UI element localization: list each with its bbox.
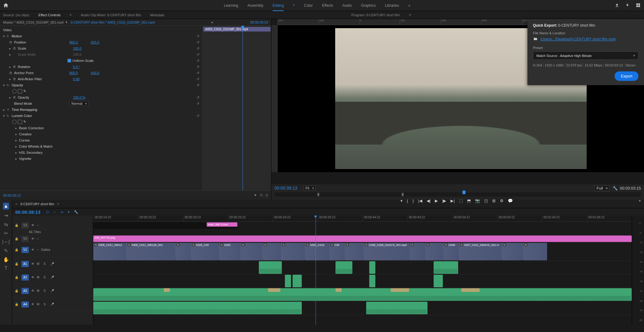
- loop-icon[interactable]: ↻: [260, 193, 263, 197]
- hsl-row[interactable]: ▸HSL Secondary: [0, 149, 202, 156]
- track-header-a2[interactable]: 🔒A2👁MS🎤: [12, 271, 93, 284]
- mark-out-icon[interactable]: }: [412, 198, 414, 203]
- export-preset-dropdown[interactable]: Match Source - Adaptive High Bitrate: [533, 51, 638, 60]
- blend-mode-dropdown[interactable]: Normal: [69, 101, 89, 106]
- pen-tool-icon[interactable]: ✎: [4, 248, 8, 254]
- video-clip[interactable]: fxC05: [329, 243, 345, 260]
- scale-row[interactable]: ▸⏱Scale100.0↺: [0, 45, 202, 51]
- track-a4[interactable]: [93, 301, 632, 315]
- track-a2[interactable]: [93, 274, 632, 288]
- workspace-libraries[interactable]: Libraries: [385, 3, 399, 8]
- wheels-row[interactable]: ▸Color Wheels & Match: [0, 143, 202, 149]
- ec-footer-timecode[interactable]: 00:00:39:13: [3, 194, 21, 197]
- pen-mask-icon[interactable]: ✎: [23, 120, 28, 124]
- motion-section[interactable]: ▾fxMotion↺: [0, 33, 202, 39]
- audio-clip[interactable]: [369, 275, 375, 287]
- workspace-audio[interactable]: Audio: [342, 3, 352, 8]
- track-a3[interactable]: [93, 288, 632, 301]
- home-icon[interactable]: [3, 2, 9, 9]
- audio-clip[interactable]: [434, 261, 458, 274]
- safe-margin-icon[interactable]: ⊞: [492, 198, 496, 203]
- selection-tool-icon[interactable]: ▲: [3, 203, 9, 209]
- step-back-icon[interactable]: ◀|: [427, 198, 431, 203]
- wrench-icon[interactable]: 🔧: [74, 210, 78, 214]
- video-clip[interactable]: fxC048: [443, 243, 459, 260]
- timeline-playhead[interactable]: [316, 216, 316, 325]
- audio-clip[interactable]: [259, 261, 282, 274]
- program-timecode[interactable]: 00:00:39:13: [274, 186, 297, 191]
- snap-icon[interactable]: ⬡: [46, 210, 49, 214]
- add-marker-icon[interactable]: ▾: [401, 198, 403, 203]
- audio-marker[interactable]: [335, 288, 342, 292]
- marker-icon[interactable]: ▾: [68, 210, 70, 214]
- zoom-dropdown[interactable]: Fit: [303, 186, 316, 191]
- resolution-dropdown[interactable]: Full: [594, 185, 609, 191]
- audio-marker[interactable]: [164, 288, 170, 292]
- workspace-menu-icon[interactable]: ≡: [293, 3, 295, 8]
- track-header-a4[interactable]: 🔒A4👁MS🎤: [12, 298, 93, 311]
- workspace-color[interactable]: Color: [304, 3, 313, 8]
- uniform-checkbox[interactable]: [67, 59, 71, 62]
- panel-menu-icon[interactable]: ≡: [70, 13, 72, 17]
- audio-clip[interactable]: [285, 275, 291, 287]
- basic-correction-row[interactable]: ▸Basic Correction: [0, 125, 202, 131]
- type-tool-icon[interactable]: T: [5, 266, 8, 271]
- audio-marker[interactable]: [391, 288, 409, 292]
- hand-tool-icon[interactable]: ✋: [3, 257, 9, 262]
- play-icon[interactable]: ▶: [435, 198, 438, 203]
- video-clip[interactable]: fx: [523, 243, 547, 260]
- video-clip[interactable]: fx: [281, 243, 305, 260]
- comment-icon[interactable]: 💬: [508, 198, 513, 203]
- video-clip[interactable]: fx: [425, 243, 443, 260]
- razor-tool-icon[interactable]: ✂: [4, 230, 8, 236]
- clip-main-title[interactable]: main_title 3.mov: [207, 222, 237, 227]
- timeremap-section[interactable]: ▸⏱Time Remapping: [0, 107, 202, 113]
- timeline-timecode[interactable]: 00:00:39:13: [15, 209, 40, 215]
- tab-metadata[interactable]: Metadata: [150, 13, 164, 17]
- filter-icon[interactable]: ▼: [254, 193, 257, 197]
- program-scrubber[interactable]: [274, 192, 641, 197]
- track-select-tool-icon[interactable]: ⇥: [4, 213, 8, 218]
- curves-row[interactable]: ▸Curves: [0, 137, 202, 143]
- video-clip[interactable]: fx: [240, 243, 263, 260]
- opacity-section[interactable]: ▾fxOpacity↺: [0, 82, 202, 88]
- mask-tools-row2[interactable]: ✎: [0, 119, 202, 125]
- lift-icon[interactable]: ⬚: [459, 198, 463, 203]
- rect-mask-icon[interactable]: [18, 120, 22, 124]
- audio-clip[interactable]: [335, 261, 352, 274]
- scrubber-playhead[interactable]: [462, 191, 466, 194]
- clip-matte[interactable]: 239_MATTE.png: [93, 236, 632, 242]
- position-row[interactable]: ⏱Position960.0625.0↺: [0, 39, 202, 45]
- video-clip[interactable]: fxA005_C011_090128_001: [126, 243, 175, 260]
- workspace-editing[interactable]: Editing: [273, 3, 284, 8]
- track-header-v1[interactable]: 🔒V1👁○Dailies: [12, 243, 93, 257]
- ec-playhead[interactable]: [243, 26, 243, 191]
- program-menu-icon[interactable]: ≡: [409, 13, 411, 17]
- video-clip[interactable]: fxC048_C028_0101C5_001.mp4: [364, 243, 410, 260]
- audio-clip[interactable]: [293, 275, 302, 287]
- track-v3[interactable]: main_title 3.mov: [93, 222, 632, 235]
- export-frame-icon[interactable]: ⎘: [266, 193, 268, 197]
- vignette-row[interactable]: ▸Vignette: [0, 156, 202, 162]
- creative-row[interactable]: ▸Creative: [0, 131, 202, 137]
- video-clip[interactable]: fxA097_C012_0302AD_001.m: [459, 243, 502, 260]
- blend-mode-row[interactable]: Blend ModeNormal↺: [0, 100, 202, 107]
- video-clip[interactable]: fx: [410, 243, 425, 260]
- audio-marker[interactable]: [268, 288, 280, 292]
- audio-clip[interactable]: [366, 302, 427, 314]
- tab-effect-controls[interactable]: Effect Controls: [39, 13, 61, 17]
- settings-icon[interactable]: ⚙: [500, 198, 504, 203]
- audio-clip[interactable]: [93, 302, 302, 314]
- flicker-row[interactable]: ▸⏱Anti-flicker Filter0.00↺: [0, 76, 202, 82]
- mask-tools-row[interactable]: ✎: [0, 88, 202, 94]
- step-fwd-icon[interactable]: |▶: [442, 198, 446, 203]
- pen-mask-icon[interactable]: ✎: [23, 89, 28, 93]
- extract-icon[interactable]: ⬒: [467, 198, 471, 203]
- video-clip[interactable]: fx: [175, 243, 191, 260]
- workspace-effects[interactable]: Effects: [322, 3, 333, 8]
- compare-icon[interactable]: ◫: [484, 198, 488, 203]
- mark-in-icon[interactable]: {: [407, 198, 408, 203]
- track-header-v3[interactable]: 🔒V3👁○: [12, 222, 93, 229]
- video-clip[interactable]: fxA025_C00: [191, 243, 219, 260]
- ec-clip-link[interactable]: 0-CENTURY short film * A003_C016_0101MP_…: [71, 21, 155, 24]
